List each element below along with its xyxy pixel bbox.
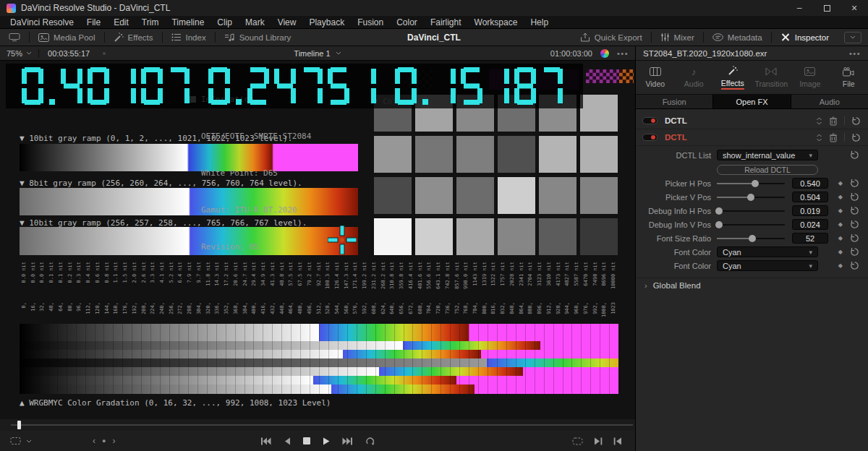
skip-to-end-icon[interactable] bbox=[342, 437, 353, 445]
slider-track[interactable] bbox=[717, 238, 785, 239]
zoom-level-dropdown[interactable]: 75% bbox=[0, 46, 38, 60]
slider-track[interactable] bbox=[717, 197, 785, 198]
slider-value[interactable]: 0.024 bbox=[792, 219, 828, 230]
mixer-button[interactable]: Mixer bbox=[652, 29, 703, 46]
menu-item-davinci-resolve[interactable]: DaVinci Resolve bbox=[4, 16, 80, 29]
maximize-icon[interactable] bbox=[813, 0, 841, 16]
keyframe-diamond-icon[interactable]: ◆ bbox=[838, 180, 843, 186]
reorder-updown-icon[interactable] bbox=[816, 133, 822, 142]
trash-icon[interactable] bbox=[829, 133, 838, 142]
reset-icon[interactable] bbox=[850, 192, 859, 202]
tab-video[interactable]: Video bbox=[636, 61, 675, 94]
effect-enable-toggle[interactable] bbox=[642, 117, 658, 124]
keyframe-diamond-icon[interactable]: ◆ bbox=[838, 207, 843, 214]
jog-control[interactable]: ‹ ● › bbox=[93, 436, 115, 446]
menu-item-fairlight[interactable]: Fairlight bbox=[424, 16, 468, 29]
font-color-dropdown[interactable]: Cyan ▾ bbox=[717, 260, 818, 271]
slider-track[interactable] bbox=[717, 224, 785, 226]
menu-item-view[interactable]: View bbox=[271, 16, 303, 29]
subtab-openfx[interactable]: Open FX bbox=[713, 95, 791, 108]
keyframe-diamond-icon[interactable]: ◆ bbox=[838, 235, 843, 241]
menu-item-help[interactable]: Help bbox=[524, 16, 555, 29]
color-grade-icon[interactable] bbox=[600, 49, 609, 58]
inspector-options-menu[interactable]: ••• bbox=[849, 49, 861, 58]
reset-icon[interactable] bbox=[850, 247, 859, 257]
quick-export-button[interactable]: Quick Export bbox=[571, 29, 651, 46]
tab-effects[interactable]: Effects bbox=[713, 61, 752, 94]
skip-to-start-icon[interactable] bbox=[260, 437, 271, 445]
marquee-select-icon[interactable] bbox=[10, 437, 21, 445]
slider-value[interactable]: 52 bbox=[792, 233, 828, 244]
jog-left-icon[interactable]: ‹ bbox=[93, 436, 95, 446]
viewer-toggle-button[interactable] bbox=[0, 29, 29, 46]
jog-right-icon[interactable]: › bbox=[112, 436, 115, 446]
trash-icon[interactable] bbox=[829, 116, 838, 126]
loop-clip-icon[interactable] bbox=[572, 437, 583, 445]
minimize-icon[interactable]: – bbox=[786, 0, 813, 16]
go-to-out-icon[interactable] bbox=[594, 437, 603, 445]
step-back-icon[interactable] bbox=[284, 437, 291, 445]
keyframe-diamond-icon[interactable]: ◆ bbox=[838, 194, 843, 200]
slider-value[interactable]: 0.019 bbox=[792, 205, 828, 216]
media-pool-button[interactable]: Media Pool bbox=[30, 29, 104, 46]
sound-library-button[interactable]: Sound Library bbox=[216, 29, 300, 46]
menu-item-workspace[interactable]: Workspace bbox=[468, 16, 524, 29]
loop-icon[interactable] bbox=[365, 437, 375, 445]
dctl-list-dropdown[interactable]: show_internal_value ▾ bbox=[717, 150, 818, 160]
reset-icon[interactable] bbox=[850, 206, 859, 215]
viewer-options-menu[interactable]: ••• bbox=[617, 49, 629, 58]
menu-item-edit[interactable]: Edit bbox=[107, 16, 135, 29]
inspector-button[interactable]: Inspector bbox=[772, 29, 838, 46]
stop-icon[interactable] bbox=[303, 437, 310, 444]
slider-handle[interactable] bbox=[715, 221, 723, 228]
menu-item-timeline[interactable]: Timeline bbox=[165, 16, 210, 29]
reset-icon[interactable] bbox=[850, 150, 859, 160]
subtab-audio[interactable]: Audio bbox=[791, 95, 868, 108]
tab-file[interactable]: File bbox=[830, 61, 868, 94]
slider-track[interactable] bbox=[717, 183, 785, 184]
menu-item-mark[interactable]: Mark bbox=[239, 16, 271, 29]
chevron-down-icon[interactable] bbox=[26, 439, 32, 443]
viewer-canvas[interactable]: Information OETF/EOTF: SMPTE ST2084 Whit… bbox=[0, 61, 635, 419]
reset-icon[interactable] bbox=[851, 133, 861, 142]
reset-icon[interactable] bbox=[850, 261, 859, 270]
index-button[interactable]: Index bbox=[163, 29, 215, 46]
effects-button[interactable]: Effects bbox=[105, 29, 162, 46]
subtab-fusion[interactable]: Fusion bbox=[636, 95, 713, 108]
global-blend-section[interactable]: › Global Blend bbox=[636, 278, 868, 293]
reset-icon[interactable] bbox=[851, 116, 861, 126]
slider-track[interactable] bbox=[717, 210, 785, 212]
metadata-button[interactable]: Metadata bbox=[704, 29, 771, 46]
reorder-updown-icon[interactable] bbox=[816, 116, 822, 126]
slider-handle[interactable] bbox=[715, 207, 723, 215]
reset-icon[interactable] bbox=[850, 220, 859, 229]
play-icon[interactable] bbox=[323, 437, 330, 445]
close-icon[interactable]: × bbox=[841, 0, 868, 16]
timeline-scrubber[interactable] bbox=[0, 419, 635, 431]
effect-row-dctl-1[interactable]: DCTL bbox=[636, 113, 868, 129]
font-color-dropdown[interactable]: Cyan ▾ bbox=[717, 246, 818, 257]
slider-value[interactable]: 0.504 bbox=[792, 192, 828, 202]
slider-handle[interactable] bbox=[752, 180, 759, 187]
keyframe-diamond-icon[interactable]: ◆ bbox=[838, 249, 843, 255]
keyframe-diamond-icon[interactable]: ◆ bbox=[838, 221, 843, 228]
menu-item-clip[interactable]: Clip bbox=[210, 16, 239, 29]
go-to-in-icon[interactable] bbox=[613, 437, 622, 445]
reset-icon[interactable] bbox=[850, 233, 859, 243]
reload-dctl-button[interactable]: Reload DCTL bbox=[717, 165, 818, 175]
menu-item-playback[interactable]: Playback bbox=[302, 16, 351, 29]
playhead-handle[interactable] bbox=[17, 421, 21, 429]
effect-row-dctl-2[interactable]: DCTL bbox=[636, 129, 868, 146]
jog-dot-icon[interactable]: ● bbox=[102, 437, 106, 444]
tab-audio[interactable]: ♪ Audio bbox=[675, 61, 714, 94]
scrubber-track[interactable] bbox=[11, 424, 633, 426]
menu-item-fusion[interactable]: Fusion bbox=[351, 16, 390, 29]
tab-image[interactable]: Image bbox=[791, 61, 830, 94]
picker-crosshair-icon[interactable] bbox=[328, 226, 357, 254]
keyframe-diamond-icon[interactable]: ◆ bbox=[838, 262, 843, 269]
effect-enable-toggle[interactable] bbox=[642, 134, 658, 141]
menu-item-trim[interactable]: Trim bbox=[135, 16, 166, 29]
slider-handle[interactable] bbox=[747, 194, 754, 201]
slider-handle[interactable] bbox=[749, 235, 756, 242]
reset-icon[interactable] bbox=[850, 179, 859, 188]
